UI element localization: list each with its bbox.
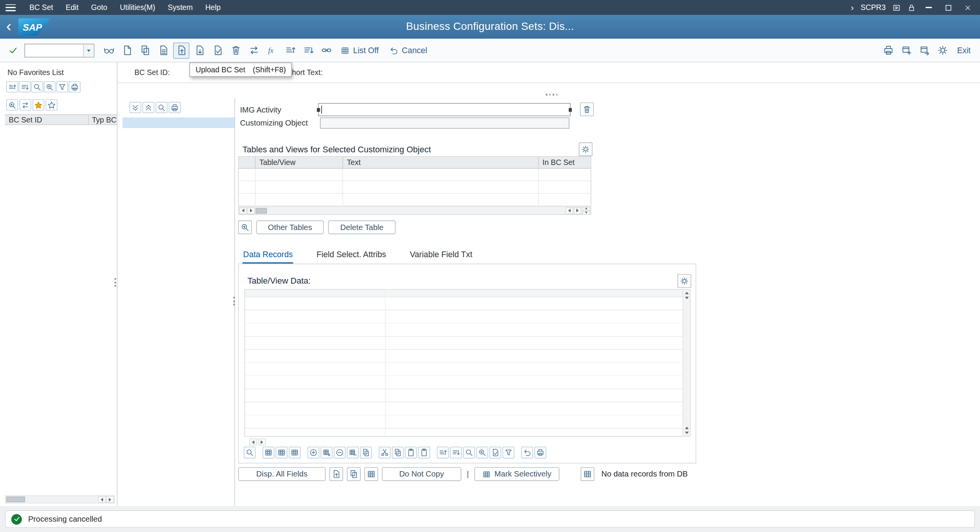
grid-vscrollbar[interactable] (682, 290, 690, 436)
back-icon[interactable]: ‹ (6, 18, 11, 34)
insert-row-button[interactable] (308, 447, 319, 459)
command-input[interactable] (25, 44, 83, 57)
scroll-up-button[interactable] (685, 292, 689, 294)
maximize-button[interactable] (942, 1, 954, 14)
scroll-up-button[interactable] (685, 427, 689, 429)
disp-all-fields-button[interactable]: Disp. All Fields (238, 467, 326, 481)
tree-node-selected[interactable] (123, 117, 234, 128)
scroll-left-button[interactable] (249, 439, 257, 446)
delete-row-button[interactable] (347, 447, 359, 459)
session-play-icon[interactable] (892, 3, 900, 11)
tab-variable-field-txt[interactable]: Variable Field Txt (409, 247, 473, 264)
options-button[interactable] (934, 42, 951, 58)
customizing-object-input[interactable] (321, 118, 569, 128)
do-not-copy-button[interactable]: Do Not Copy (382, 467, 461, 481)
create-shortcut-button[interactable] (916, 42, 933, 58)
menu-overflow-chevron-icon[interactable]: › (851, 3, 854, 13)
table-row[interactable] (239, 181, 591, 194)
add-favorite-button[interactable] (33, 99, 44, 110)
filter-button[interactable] (502, 447, 514, 459)
table-hscrollbar[interactable] (239, 206, 591, 214)
table-settings-button[interactable] (579, 142, 592, 156)
tree-print-button[interactable] (169, 102, 181, 113)
tree-search-button[interactable] (155, 102, 167, 113)
insert-clipboard-button[interactable] (418, 447, 430, 459)
menu-system[interactable]: System (162, 1, 199, 15)
upload-bcset-button[interactable] (173, 42, 189, 58)
expand-all-button[interactable] (129, 102, 141, 113)
mark-selectively-button[interactable]: Mark Selectively (474, 467, 560, 481)
function-button[interactable] (264, 42, 280, 58)
key-columns-button[interactable] (364, 467, 378, 481)
menu-bc-set[interactable]: BC Set (23, 1, 59, 15)
new-session-button[interactable] (898, 42, 915, 58)
scroll-left-button[interactable] (566, 207, 573, 214)
edit-favorite-button[interactable] (46, 99, 57, 110)
column-header-in-bc-set[interactable]: In BC Set (539, 157, 591, 168)
sort-asc-button[interactable] (437, 447, 449, 459)
fav-filter-button[interactable] (56, 81, 68, 92)
splitter-handle[interactable] (546, 94, 558, 95)
zoom-button[interactable] (244, 447, 255, 459)
img-activity-input[interactable] (319, 104, 570, 116)
command-dropdown[interactable] (83, 44, 94, 57)
grid-body[interactable] (245, 290, 682, 436)
tab-data-records[interactable]: Data Records (242, 247, 293, 264)
menu-goto[interactable]: Goto (85, 1, 113, 15)
column-header-bcset-id[interactable]: BC Set ID (5, 115, 89, 124)
minimize-button[interactable] (923, 1, 935, 14)
scroll-down-button[interactable] (582, 211, 590, 215)
scroll-right-button[interactable] (574, 207, 581, 214)
insert-entry-button[interactable] (321, 447, 332, 459)
scroll-right-button[interactable] (258, 439, 266, 446)
menu-utilities[interactable]: Utilities(M) (114, 1, 162, 15)
print-button[interactable] (880, 42, 896, 58)
find-next-button[interactable] (476, 447, 488, 459)
other-tables-button[interactable]: Other Tables (256, 220, 324, 234)
copy-button[interactable] (392, 447, 404, 459)
scroll-right-button[interactable] (106, 496, 114, 503)
deselect-all-button[interactable] (289, 447, 301, 459)
favorites-hscrollbar[interactable] (5, 495, 115, 503)
table-row[interactable] (239, 194, 591, 206)
copy-button[interactable] (137, 42, 153, 58)
insert-from-file-button[interactable] (329, 467, 343, 481)
list-off-button[interactable]: List Off (336, 42, 383, 58)
column-header-typ[interactable]: Typ BC (89, 115, 117, 124)
column-header-text[interactable]: Text (343, 157, 539, 168)
undo-button[interactable] (521, 447, 533, 459)
duplicate-row-button[interactable] (360, 447, 372, 459)
delete-img-activity-button[interactable] (580, 103, 594, 116)
scroll-left-button[interactable] (239, 207, 247, 214)
lock-icon[interactable] (908, 3, 916, 11)
table-legend-button[interactable] (581, 467, 594, 481)
grid-rows[interactable] (245, 297, 682, 436)
display-change-button[interactable] (101, 42, 117, 58)
scroll-down-button[interactable] (685, 432, 689, 434)
references-button[interactable] (318, 42, 334, 58)
select-all-button[interactable] (262, 447, 274, 459)
column-header-table-view[interactable]: Table/View (255, 157, 343, 168)
menu-edit[interactable]: Edit (59, 1, 85, 15)
fav-search-next-button[interactable] (44, 81, 56, 92)
download-bcset-button[interactable] (191, 42, 207, 58)
scrollbar-thumb[interactable] (6, 496, 25, 502)
find-button[interactable] (463, 447, 475, 459)
fav-print-button[interactable] (69, 81, 81, 92)
cut-button[interactable] (379, 447, 391, 459)
img-activity-field[interactable] (318, 103, 571, 116)
scroll-right-button[interactable] (247, 207, 255, 214)
sort-asc-button[interactable] (282, 42, 298, 58)
fav-sort-desc-button[interactable] (19, 81, 31, 92)
exit-button[interactable]: Exit (953, 42, 975, 58)
tab-field-select-attribs[interactable]: Field Select. Attribs (316, 247, 387, 264)
command-field[interactable] (25, 43, 95, 57)
delete-entry-button[interactable] (334, 447, 345, 459)
delete-button[interactable] (227, 42, 244, 58)
fav-search-button[interactable] (31, 81, 43, 92)
display-doc-button[interactable] (155, 42, 171, 58)
cancel-button[interactable]: Cancel (385, 42, 432, 58)
check-entries-button[interactable] (489, 447, 501, 459)
select-block-button[interactable] (276, 447, 288, 459)
hamburger-icon[interactable] (6, 4, 16, 11)
